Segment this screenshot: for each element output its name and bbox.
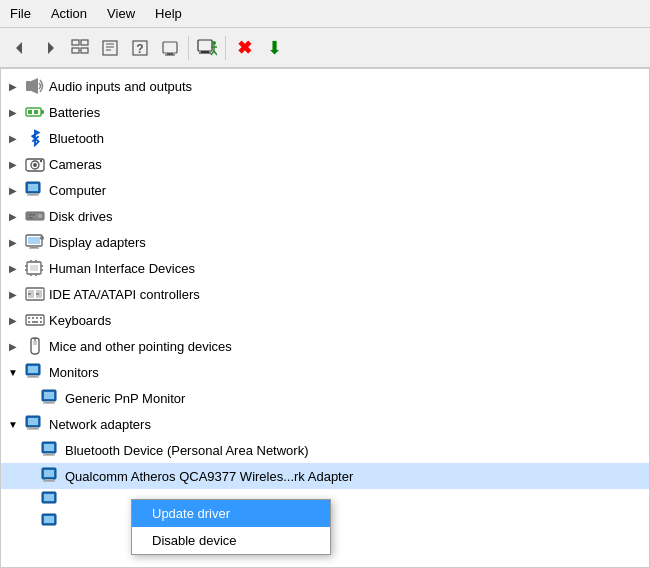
expand-ide[interactable]: ▶	[5, 286, 21, 302]
svg-rect-69	[40, 321, 42, 323]
expand-hid[interactable]: ▶	[5, 260, 21, 276]
svg-rect-61	[36, 293, 39, 295]
svg-rect-35	[28, 184, 38, 191]
menu-help[interactable]: Help	[145, 2, 192, 25]
qualcomm-label-suffix: rk Adapter	[294, 469, 353, 484]
svg-rect-77	[44, 392, 54, 399]
hid-icon	[25, 258, 45, 278]
help-button[interactable]: ?	[126, 34, 154, 62]
bluetooth-icon	[25, 128, 45, 148]
tree-item-hid[interactable]: ▶ Human Interface Devices	[1, 255, 649, 281]
context-menu-disable-device[interactable]: Disable device	[132, 527, 330, 554]
svg-rect-23	[26, 81, 31, 91]
disk-label: Disk drives	[49, 209, 113, 224]
expand-cameras[interactable]: ▶	[5, 156, 21, 172]
svg-rect-15	[198, 40, 212, 51]
mice-icon	[25, 336, 45, 356]
tree-item-cameras[interactable]: ▶ Cameras	[1, 151, 649, 177]
svg-rect-63	[28, 317, 30, 319]
tree-item-bt-device[interactable]: ▶ Bluetooth Device (Personal Area Networ…	[1, 437, 649, 463]
svg-rect-71	[33, 341, 37, 345]
qualcomm-label: Qualcomm Atheros QCA9377 Wireles...	[65, 469, 294, 484]
network-label: Network adapters	[49, 417, 151, 432]
forward-button[interactable]	[36, 34, 64, 62]
expand-monitors[interactable]: ▼	[5, 364, 21, 380]
cameras-label: Cameras	[49, 157, 102, 172]
tree-item-network[interactable]: ▼ Network adapters	[1, 411, 649, 437]
device-tree[interactable]: ▶ Audio inputs and outputs ▶	[1, 69, 649, 567]
tree-item-computer[interactable]: ▶ Computer	[1, 177, 649, 203]
svg-rect-3	[81, 40, 88, 45]
expand-keyboards[interactable]: ▶	[5, 312, 21, 328]
menu-view[interactable]: View	[97, 2, 145, 25]
svg-text:?: ?	[136, 42, 143, 56]
audio-label: Audio inputs and outputs	[49, 79, 192, 94]
computer-label: Computer	[49, 183, 106, 198]
svg-point-32	[33, 163, 37, 167]
toolbar-separator-1	[188, 36, 189, 60]
expand-batteries[interactable]: ▶	[5, 104, 21, 120]
svg-rect-41	[28, 217, 33, 219]
svg-rect-93	[44, 494, 54, 501]
bt-device-icon	[41, 440, 61, 460]
expand-bluetooth[interactable]: ▶	[5, 130, 21, 146]
tree-item-bluetooth[interactable]: ▶ Bluetooth	[1, 125, 649, 151]
expand-computer[interactable]: ▶	[5, 182, 21, 198]
tree-item-keyboards[interactable]: ▶ Keyboards	[1, 307, 649, 333]
alt-view-button[interactable]	[156, 34, 184, 62]
tree-item-mice[interactable]: ▶ Mice and other pointing devices	[1, 333, 649, 359]
svg-rect-81	[28, 418, 38, 425]
toolbar-separator-2	[225, 36, 226, 60]
svg-rect-51	[35, 273, 37, 276]
text-view-button[interactable]	[96, 34, 124, 62]
svg-rect-43	[28, 237, 40, 244]
expand-display[interactable]: ▶	[5, 234, 21, 250]
delete-button[interactable]: ✖	[230, 34, 258, 62]
svg-rect-28	[34, 110, 38, 114]
network-icon	[25, 414, 45, 434]
svg-marker-0	[16, 42, 22, 54]
svg-rect-5	[81, 48, 88, 53]
svg-rect-60	[28, 293, 31, 295]
menu-file[interactable]: File	[0, 2, 41, 25]
expand-network[interactable]: ▼	[5, 416, 21, 432]
svg-rect-73	[28, 366, 38, 373]
back-button[interactable]	[6, 34, 34, 62]
tree-item-qualcomm[interactable]: ▶ Qualcomm Atheros QCA9377 Wireles... rk…	[1, 463, 649, 489]
svg-rect-55	[40, 269, 43, 271]
svg-rect-12	[163, 42, 177, 53]
batteries-label: Batteries	[49, 105, 100, 120]
tree-item-generic-monitor[interactable]: ▶ Generic PnP Monitor	[1, 385, 649, 411]
tree-item-display[interactable]: ▶ Display adapters	[1, 229, 649, 255]
svg-rect-4	[72, 48, 79, 53]
tree-item-disk[interactable]: ▶ Disk drives	[1, 203, 649, 229]
qualcomm-icon	[41, 466, 61, 486]
tree-item-batteries[interactable]: ▶ Batteries	[1, 99, 649, 125]
tree-view-button[interactable]	[66, 34, 94, 62]
tree-item-audio[interactable]: ▶ Audio inputs and outputs	[1, 73, 649, 99]
tree-item-monitors[interactable]: ▼ Monitors	[1, 359, 649, 385]
expand-audio[interactable]: ▶	[5, 78, 21, 94]
svg-rect-67	[28, 321, 30, 323]
update-button[interactable]: ⬇	[260, 34, 288, 62]
monitors-icon	[25, 362, 45, 382]
svg-rect-2	[72, 40, 79, 45]
svg-rect-48	[30, 260, 32, 263]
monitor-button[interactable]	[193, 34, 221, 62]
svg-rect-49	[35, 260, 37, 263]
svg-rect-40	[28, 214, 35, 216]
svg-point-39	[38, 214, 42, 218]
menu-action[interactable]: Action	[41, 2, 97, 25]
svg-rect-65	[36, 317, 38, 319]
svg-rect-52	[25, 265, 28, 267]
svg-rect-95	[44, 516, 54, 523]
expand-mice[interactable]: ▶	[5, 338, 21, 354]
svg-line-22	[214, 51, 217, 55]
mice-label: Mice and other pointing devices	[49, 339, 232, 354]
audio-icon	[25, 76, 45, 96]
svg-rect-64	[32, 317, 34, 319]
svg-rect-53	[25, 269, 28, 271]
context-menu-update-driver[interactable]: Update driver	[132, 500, 330, 527]
tree-item-ide[interactable]: ▶ IDE ATA/ATAPI controllers	[1, 281, 649, 307]
expand-disk[interactable]: ▶	[5, 208, 21, 224]
